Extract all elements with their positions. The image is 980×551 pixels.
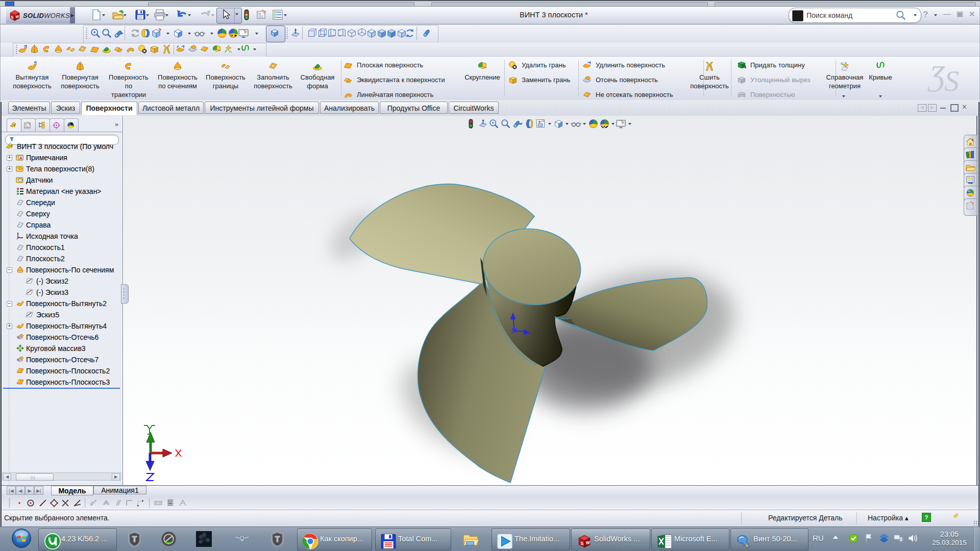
svg-text:A: A [19, 156, 22, 160]
svg-text:S: S [581, 541, 584, 546]
svg-text:W: W [15, 14, 19, 19]
svg-text:W: W [586, 540, 591, 545]
svg-text:S: S [11, 15, 13, 20]
